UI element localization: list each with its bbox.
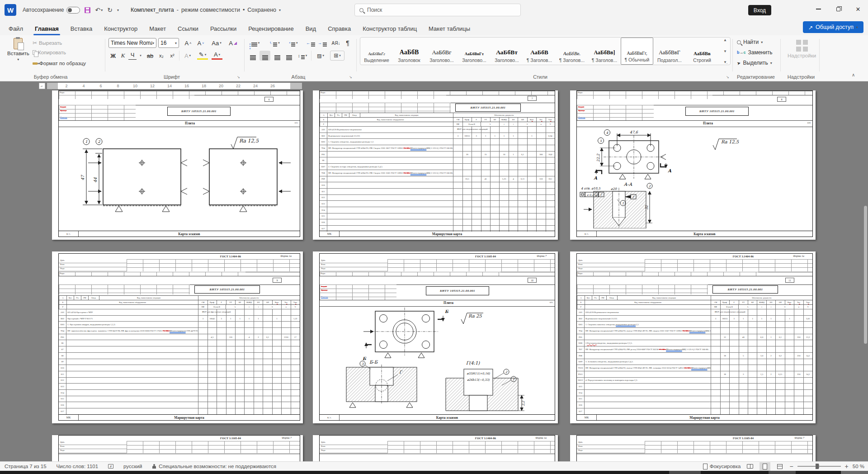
font-name-select[interactable]: Times New Roman▾ <box>108 38 156 48</box>
undo-button[interactable]: ↶▾ <box>95 6 103 14</box>
style-item[interactable]: АаБбВв] ¶ Заголов... <box>588 38 621 65</box>
show-marks-button[interactable]: ¶ <box>344 38 352 48</box>
align-center-button[interactable] <box>259 51 270 61</box>
decrease-indent-button[interactable]: ← <box>306 38 316 48</box>
cut-button[interactable]: ✂Вырезать <box>33 40 62 46</box>
addins-button[interactable]: Надстройки <box>788 40 816 58</box>
document-page[interactable]: Подп. 8 Разраб. Провер. Н.контр. БНТУ 10… <box>570 90 816 240</box>
zoom-percentage[interactable]: 50 % <box>853 464 864 469</box>
document-page[interactable]: ГОСТ 3.1105-84Форма 7 Дубл.Взам.Подл. <box>570 435 816 461</box>
search-input[interactable]: Поиск <box>354 4 521 16</box>
document-page[interactable]: ГОСТ 3.1105-84Форма 7 Дубл.Взам.Подл. По… <box>313 251 558 423</box>
document-page[interactable]: Подп. 7 БНТУ 105315.21.00.001 АЦехУч.РМО… <box>313 90 558 240</box>
ribbon-tab[interactable]: Макет <box>143 22 172 35</box>
close-button[interactable]: ✕ <box>848 0 868 18</box>
styles-dialog-launcher[interactable]: ↘ <box>726 75 731 80</box>
focus-mode-button[interactable]: Фокусировка <box>703 464 741 469</box>
collapse-ribbon-button[interactable]: ∧ <box>852 72 855 77</box>
minimize-button[interactable] <box>808 0 828 18</box>
style-item[interactable]: АаБбВвГг, ¶ Обычный <box>621 38 653 65</box>
style-item[interactable]: АаБбВв. ¶ Заголов... <box>556 38 588 65</box>
styles-expand[interactable]: ▼̱ <box>723 60 727 64</box>
read-mode-button[interactable] <box>745 462 755 471</box>
style-item[interactable]: АаБбВ ¶ Заголов... <box>523 38 556 65</box>
ribbon-tab[interactable]: Справка <box>322 22 357 35</box>
numbering-button[interactable]: ⒈▾ <box>268 38 281 48</box>
strikethrough-button[interactable]: ab <box>145 51 156 61</box>
ribbon-tab[interactable]: Главная <box>29 22 65 35</box>
font-dialog-launcher[interactable]: ↘ <box>237 75 241 80</box>
style-item[interactable]: АаБбВвГг Выделение <box>360 38 393 65</box>
increase-indent-button[interactable]: → <box>317 38 327 48</box>
zoom-slider-thumb[interactable] <box>816 464 819 469</box>
replace-button[interactable]: b→cЗаменить <box>737 49 772 56</box>
horizontal-ruler[interactable]: ⌐ 2 4 6 8 10 12 14 16 18 20 <box>0 81 868 90</box>
zoom-in-button[interactable]: + <box>845 463 849 470</box>
shading-button[interactable]: ▨▾ <box>314 51 327 61</box>
align-left-button[interactable] <box>248 51 258 61</box>
change-case-button[interactable]: Aa▾ <box>209 38 224 48</box>
signin-button[interactable]: Вход <box>748 5 771 15</box>
styles-scroll-down[interactable]: ▼ <box>723 49 727 53</box>
style-item[interactable]: АаБбВвГт Заголово... <box>458 38 491 65</box>
bold-button[interactable]: Ж <box>108 51 118 61</box>
document-page[interactable]: ГОСТ 3.1404-86Форма 1а Дубл.Взам.Подл. П… <box>52 251 303 423</box>
style-item[interactable]: АаБбВ Заголовок <box>393 38 425 65</box>
vertical-scrollbar[interactable] <box>864 206 867 344</box>
line-spacing-button[interactable]: ↕▾ <box>296 51 309 61</box>
language-indicator[interactable]: русский <box>123 464 142 469</box>
copy-button[interactable]: Копировать <box>33 50 66 55</box>
grow-font-button[interactable]: А˄ <box>183 38 193 48</box>
ribbon-tab[interactable]: Макет таблицы <box>423 22 476 35</box>
superscript-button[interactable]: x² <box>167 51 177 61</box>
print-layout-button[interactable] <box>760 462 770 471</box>
word-count[interactable]: Число слов: 1101 <box>57 464 98 469</box>
save-button[interactable] <box>85 7 90 13</box>
style-item[interactable]: АаБбВв Строгий <box>686 38 718 65</box>
page-indicator[interactable]: Страница 7 из 15 <box>5 464 47 469</box>
sort-button[interactable]: АЯ↓ <box>330 38 342 48</box>
clear-formatting-button[interactable]: A◢ <box>227 38 239 48</box>
autosave-switch-icon[interactable] <box>66 7 80 14</box>
zoom-slider[interactable] <box>797 466 841 467</box>
ribbon-tab[interactable]: Рецензирование <box>242 22 299 35</box>
document-page[interactable]: ГОСТ 3.1404-86Форма 1а Дубл.Взам.Подл. П… <box>570 251 816 423</box>
document-page[interactable]: ГОСТ 3.1105-84Форма 7 Дубл.Взам.Подл. <box>52 435 303 461</box>
paste-button[interactable]: Вставить▾ <box>7 38 29 62</box>
accessibility-status[interactable]: Специальные возможности: не поддерживают… <box>152 464 276 469</box>
ribbon-tab[interactable]: Вставка <box>65 22 98 35</box>
ribbon-tab[interactable]: Конструктор таблиц <box>357 22 423 35</box>
proofing-status[interactable]: ✗ <box>108 464 113 469</box>
underline-dropdown[interactable]: ▾ <box>137 51 144 61</box>
underline-button[interactable]: Ч <box>128 51 137 60</box>
tab-selector[interactable]: ⌐ <box>39 83 45 89</box>
redo-button[interactable]: ↻ <box>107 6 113 14</box>
find-button[interactable]: Найти▾ <box>737 39 763 45</box>
ribbon-tab[interactable]: Ссылки <box>172 22 204 35</box>
styles-scroll-up[interactable]: ▲ <box>723 38 727 42</box>
document-page[interactable]: ГОСТ 3.1404-86Форма 1а Дубл.Взам.Подл. <box>313 435 558 461</box>
ribbon-tab[interactable]: Рассылки <box>204 22 242 35</box>
autosave-toggle[interactable]: Автосохранение <box>23 7 80 14</box>
highlight-button[interactable]: ✎▾ <box>197 51 208 60</box>
ribbon-tab[interactable]: Конструктор <box>98 22 143 35</box>
ribbon-tab[interactable]: Файл <box>3 22 29 35</box>
document-page[interactable]: Подп. 6 Разраб. Провер. Н.контр. БНТУ 10… <box>52 90 303 240</box>
bullets-button[interactable]: ▾ <box>249 38 262 48</box>
italic-button[interactable]: К <box>118 51 127 61</box>
multilevel-list-button[interactable]: ª▾ <box>287 38 300 48</box>
font-color-button[interactable]: А▾ <box>212 51 222 60</box>
align-right-button[interactable] <box>272 51 282 61</box>
shrink-font-button[interactable]: А˅ <box>195 38 206 48</box>
paragraph-dialog-launcher[interactable]: ↘ <box>349 75 354 80</box>
subscript-button[interactable]: x₂ <box>156 51 166 61</box>
font-size-select[interactable]: 16▾ <box>158 38 179 48</box>
document-canvas[interactable]: Подп. 6 Разраб. Провер. Н.контр. БНТУ 10… <box>0 90 868 461</box>
justify-button[interactable] <box>284 51 294 61</box>
web-layout-button[interactable] <box>774 462 785 471</box>
share-button[interactable]: ↗ Общий доступ ▾ <box>803 21 863 33</box>
customize-quick-access-button[interactable]: ▾ <box>117 8 119 12</box>
document-title[interactable]: Комплект_плита - режим совместимости • С… <box>131 7 281 13</box>
select-button[interactable]: ➤Выделить▾ <box>737 60 772 66</box>
format-painter-button[interactable]: Формат по образцу <box>33 61 86 66</box>
